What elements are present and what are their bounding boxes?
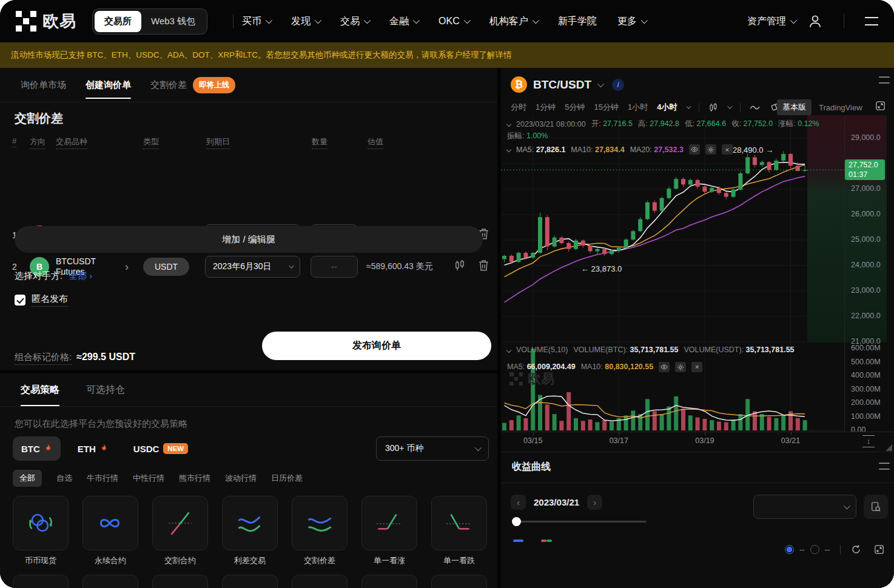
rfq-tab-询价单市场[interactable]: 询价单市场 [21,68,66,102]
filter-中性行情[interactable]: 中性行情 [133,470,164,487]
coin-filter-ETH[interactable]: ETH [69,436,116,461]
filter-牛市行情[interactable]: 牛市行情 [87,470,118,487]
eye-icon[interactable] [659,362,670,372]
strategy-card-单一看跌[interactable] [431,496,487,550]
margin-type-pill[interactable]: USDT [143,258,189,276]
filter-自选[interactable]: 自选 [56,470,72,487]
strategy-card-partial[interactable] [152,575,208,588]
trash-icon[interactable] [478,259,489,274]
volume-axis[interactable]: 600.00M500.00M400.00M300.00M200.00M100.0… [844,342,887,432]
next-date-button[interactable]: › [587,495,602,510]
chevron-down-icon[interactable] [687,104,691,109]
eye-icon[interactable] [689,144,700,155]
strategy-card-partial[interactable] [13,575,69,588]
brand[interactable]: 欧易 [16,10,76,32]
tab-可选持仓[interactable]: 可选持仓 [86,373,125,406]
timeframe-5分钟[interactable]: 5分钟 [565,102,585,113]
timeframe-15分钟[interactable]: 15分钟 [594,102,618,113]
tab-交易策略[interactable]: 交易策略 [21,373,59,406]
pnl-search-button[interactable] [864,495,888,519]
fullscreen-icon[interactable] [875,101,886,111]
filter-全部[interactable]: 全部 [13,470,42,487]
chevron-down-icon[interactable] [597,80,604,87]
strategy-card-永续合约[interactable] [82,496,138,550]
close-icon[interactable]: × [722,144,733,155]
submit-rfq-button[interactable]: 发布询价单 [262,332,491,360]
ma10-value: 27,834.4 [595,145,625,154]
pair-name[interactable]: BTC/USDT [533,78,591,92]
radio-series1[interactable] [785,545,794,554]
timeframe-1分钟[interactable]: 1分钟 [536,102,556,113]
strategy-card-partial[interactable] [82,575,138,588]
slider-thumb[interactable] [512,517,521,526]
pnl-settings-hamburger-icon[interactable] [879,463,890,469]
filter-熊市行情[interactable]: 熊市行情 [179,470,210,487]
coin-filter-USDC[interactable]: USDCNEW [125,436,197,461]
collapse-icon[interactable] [506,147,511,152]
nav-item-发现[interactable]: 发现 [291,15,320,28]
nav-item-金融[interactable]: 金融 [389,15,418,28]
chart-settings-hamburger-icon[interactable] [879,76,890,83]
strategy-card-partial[interactable] [361,575,417,588]
chevron-right-icon[interactable]: › [125,261,129,273]
refresh-icon[interactable] [851,544,861,555]
info-icon[interactable]: i [612,79,624,91]
nav-item-机构客户[interactable]: 机构客户 [489,15,537,28]
nav-assets[interactable]: 资产管理 [747,15,795,28]
quantity-input[interactable]: -- [311,256,358,278]
strategy-card-partial[interactable] [222,575,278,588]
profile-icon[interactable] [807,13,823,29]
timeframe-1小时[interactable]: 1小时 [628,102,648,113]
counterparty-link[interactable]: 全部 › [69,270,92,282]
menu-hamburger-icon[interactable] [865,17,878,25]
gear-icon[interactable] [675,362,686,372]
pnl-dropdown[interactable] [753,495,856,519]
candle-type-icon[interactable] [708,102,718,113]
tab-tradingview[interactable]: TradingView [819,103,862,112]
strategy-card-交割合约[interactable] [152,496,208,550]
radio-series2[interactable] [810,545,819,554]
strategy-card-单一看涨[interactable] [361,496,417,550]
strategy-card-交割价差[interactable] [292,496,348,550]
timeframe-分时[interactable]: 分时 [511,102,526,113]
prev-date-button[interactable]: ‹ [511,495,526,510]
coin-dropdown[interactable]: 300+ 币种 [376,436,489,461]
nav-item-新手学院[interactable]: 新手学院 [558,15,597,28]
strategy-card-币币现货[interactable] [13,496,69,550]
corner-resize-icon[interactable] [886,444,892,451]
line-chart-icon[interactable] [750,104,762,112]
coin-filter-BTC[interactable]: BTC [13,436,61,461]
rfq-tab-交割价差[interactable]: 交割价差即将上线 [150,68,235,102]
tab-basic-version[interactable]: 基本版 [777,99,812,115]
nav-item-买币[interactable]: 买币 [242,15,271,28]
date-slider[interactable] [513,521,647,523]
nav-item-交易[interactable]: 交易 [340,15,369,28]
gear-icon[interactable] [705,144,716,155]
add-edit-legs-button[interactable]: 增加 / 编辑腿 [15,226,483,253]
rfq-tab-创建询价单[interactable]: 创建询价单 [86,68,131,102]
price-axis[interactable]: 29,000.028,000.027,000.026,000.025,000.0… [844,115,887,342]
expand-icon[interactable] [874,544,884,555]
collapse-icon[interactable] [506,121,511,126]
expiry-select[interactable]: 2023年6月30日 [205,256,300,278]
close-icon[interactable]: × [691,362,702,372]
toggle-web3-wallet[interactable]: Web3 钱包 [141,11,205,32]
pair-header: ₿ BTC/USDT i [511,76,624,93]
pnl-title: 收益曲线 [512,461,551,473]
nav-item-更多[interactable]: 更多 [617,15,646,28]
strategy-card-利差交易[interactable] [222,496,278,550]
strategy-card-partial[interactable] [431,575,487,588]
strategy-card-partial[interactable] [292,575,348,588]
filter-波动行情[interactable]: 波动行情 [225,470,257,487]
collapse-icon[interactable] [506,347,511,352]
timeframe-4小时[interactable]: 4小时 [657,102,677,113]
nav-item-OKC[interactable]: OKC [439,16,469,27]
time-axis[interactable]: ↕ 03/1503/1703/1903/21 [501,432,894,452]
main-menu: 买币发现交易金融OKC机构客户新手学院更多 [242,15,747,28]
toggle-exchange[interactable]: 交易所 [95,11,141,32]
axis-scale-icon[interactable]: ↕ [862,435,875,447]
candles-chart-icon[interactable] [454,259,466,274]
chevron-down-icon[interactable] [728,104,733,109]
filter-日历价差[interactable]: 日历价差 [271,470,303,487]
anonymous-checkbox[interactable] [15,295,25,306]
